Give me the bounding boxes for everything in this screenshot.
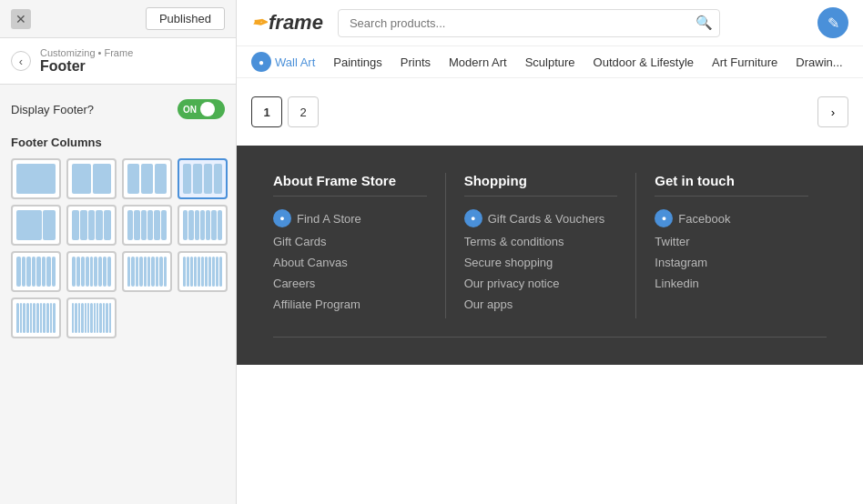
footer-col-shopping-title: Shopping (464, 173, 618, 197)
col-bar (42, 257, 46, 287)
col-bar (88, 210, 96, 240)
col-bar (93, 164, 112, 194)
col-bar (22, 257, 26, 287)
logo-text: frame (269, 11, 323, 35)
footer-link-privacy[interactable]: Our privacy notice (464, 277, 618, 290)
col-bar (208, 257, 211, 287)
col-option-3[interactable] (122, 158, 172, 199)
footer-link-affiliate[interactable]: Affiliate Program (273, 297, 427, 311)
footer-link-careers[interactable]: Careers (273, 277, 427, 290)
nav-text: Customizing • Frame Footer (40, 47, 133, 75)
footer-link-find-store-text: Find A Store (297, 212, 361, 226)
col-bar (20, 303, 23, 333)
col-bar (99, 303, 101, 333)
col-option-10[interactable] (66, 251, 117, 292)
sidebar-nav: ‹ Customizing • Frame Footer (0, 38, 236, 85)
col-option-7[interactable] (122, 205, 172, 246)
col-bar (151, 257, 154, 287)
nav-item-drawing[interactable]: Drawin... (796, 55, 842, 69)
col-bar (16, 303, 19, 333)
col-bar (16, 210, 42, 240)
footer-link-gift-cards[interactable]: Gift Cards (273, 235, 427, 248)
footer-link-apps[interactable]: Our apps (464, 297, 618, 311)
col-bar (134, 210, 139, 240)
edit-icon: ✎ (827, 15, 839, 32)
col-bar (43, 303, 46, 333)
col-bar (72, 303, 74, 333)
nav-item-modern-art[interactable]: Modern Art (449, 55, 507, 69)
nav-label-art-furniture: Art Furniture (712, 55, 777, 69)
nav-item-prints[interactable]: Prints (401, 55, 431, 69)
footer-link-gift-vouchers[interactable]: ● Gift Cards & Vouchers (464, 209, 618, 227)
col-bar (195, 210, 199, 240)
footer-link-linkedin-text: Linkedin (655, 277, 698, 290)
col-bar (141, 164, 153, 194)
col-bar (214, 164, 222, 194)
footer-link-privacy-text: Our privacy notice (464, 277, 560, 290)
col-option-13[interactable] (11, 297, 61, 338)
search-button[interactable]: 🔍 (695, 15, 713, 31)
col-bar (201, 257, 204, 287)
col-option-9[interactable] (11, 251, 61, 292)
footer-link-gift-cards-text: Gift Cards (273, 235, 327, 248)
nav-label-drawing: Drawin... (796, 55, 842, 69)
footer-col-shopping: Shopping ● Gift Cards & Vouchers Terms &… (464, 173, 637, 318)
col-option-8[interactable] (178, 205, 228, 246)
facebook-icon: ● (655, 209, 673, 227)
next-page-button[interactable]: › (817, 96, 848, 127)
col-bar (94, 257, 97, 287)
logo-icon: ✒ (251, 12, 267, 34)
col-option-12[interactable] (178, 251, 228, 292)
footer-link-twitter[interactable]: Twitter (655, 235, 808, 248)
footer-link-facebook[interactable]: ● Facebook (655, 209, 808, 227)
col-bar (147, 257, 150, 287)
sidebar-top-bar: ✕ Published (0, 0, 236, 38)
page-2-button[interactable]: 2 (288, 96, 319, 127)
col-option-2[interactable] (66, 158, 117, 199)
page-1-button[interactable]: 1 (251, 96, 282, 127)
col-option-5[interactable] (11, 205, 61, 246)
col-bar (46, 257, 51, 287)
toggle-on-text: ON (183, 105, 197, 115)
col-option-1[interactable] (11, 158, 61, 199)
col-option-6[interactable] (66, 205, 117, 246)
footer-columns-label: Footer Columns (11, 136, 225, 149)
footer-link-linkedin[interactable]: Linkedin (655, 277, 808, 290)
col-bar (76, 257, 80, 287)
col-bar (80, 210, 87, 240)
close-button[interactable]: ✕ (11, 9, 31, 29)
col-bar (104, 210, 111, 240)
col-bar (96, 303, 98, 333)
display-footer-toggle[interactable]: ON (178, 99, 225, 119)
col-option-11[interactable] (122, 251, 172, 292)
footer-link-find-store[interactable]: ● Find A Store (273, 209, 427, 227)
edit-icon-circle[interactable]: ✎ (817, 7, 848, 38)
col-bar (81, 303, 83, 333)
col-bar (16, 164, 56, 194)
col-bar (156, 257, 158, 287)
col-bar (187, 257, 189, 287)
published-button[interactable]: Published (146, 7, 225, 30)
search-input[interactable] (338, 9, 720, 37)
nav-item-outdoor[interactable]: Outdoor & Lifestyle (594, 55, 695, 69)
col-bar (72, 164, 91, 194)
nav-item-art-furniture[interactable]: Art Furniture (712, 55, 777, 69)
footer-link-about-canvas[interactable]: About Canvas (273, 256, 427, 269)
back-button[interactable]: ‹ (11, 51, 31, 71)
col-option-14[interactable] (66, 297, 117, 338)
pagination-area: 1 2 › (237, 78, 863, 146)
footer-col-contact: Get in touch ● Facebook Twitter Instagra… (655, 173, 827, 318)
col-bar (40, 303, 43, 333)
footer-link-terms[interactable]: Terms & conditions (464, 235, 618, 248)
footer-link-secure-shopping[interactable]: Secure shopping (464, 256, 618, 269)
footer-link-instagram[interactable]: Instagram (655, 256, 808, 269)
nav-item-sculpture[interactable]: Sculpture (525, 55, 575, 69)
col-bar (211, 210, 216, 240)
col-option-4[interactable] (178, 158, 228, 199)
footer-link-gift-vouchers-text: Gift Cards & Vouchers (488, 212, 605, 226)
nav-item-wall-art[interactable]: ● Wall Art (251, 52, 315, 72)
col-bar (85, 303, 86, 333)
col-bar (30, 303, 33, 333)
main-area: ✒ frame 🔍 ✎ ● Wall Art Paintings Prints … (237, 0, 863, 504)
nav-item-paintings[interactable]: Paintings (333, 55, 381, 69)
